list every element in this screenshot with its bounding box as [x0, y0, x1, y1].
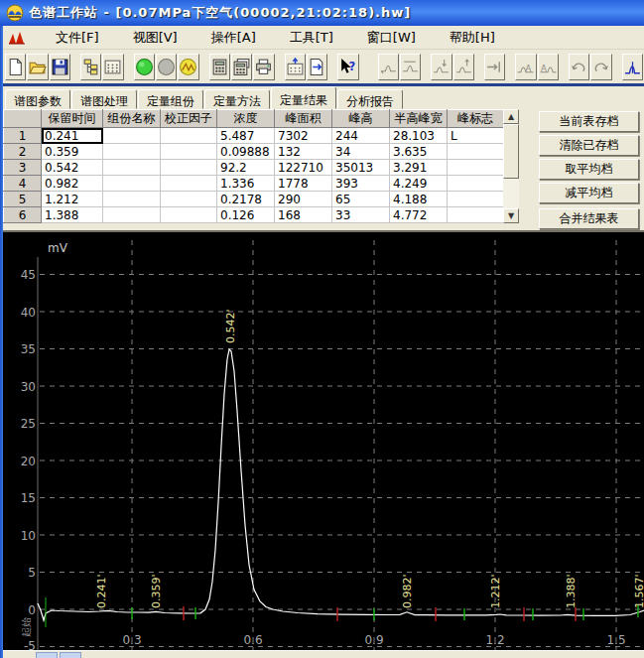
- manual-baseline-button[interactable]: [378, 54, 399, 80]
- tangent-skim-a-button[interactable]: A: [515, 54, 536, 80]
- subtract-average-button[interactable]: 减平均档: [539, 183, 639, 203]
- cell-peak-flag[interactable]: [448, 207, 504, 223]
- cell-peak-flag[interactable]: [448, 160, 504, 176]
- print-button[interactable]: [253, 54, 274, 80]
- chromatogram-canvas[interactable]: mV 45 40 35 30 25 20 15 10 5 0: [0, 232, 644, 652]
- menu-tools[interactable]: 工具[T]: [286, 27, 337, 49]
- report-calculate-button[interactable]: [231, 54, 252, 80]
- stop-acquisition-button[interactable]: [156, 54, 177, 80]
- export-data-button[interactable]: [307, 54, 327, 80]
- open-file-button[interactable]: [27, 54, 48, 80]
- row-number[interactable]: 2: [4, 144, 42, 160]
- calculate-button[interactable]: [209, 54, 230, 80]
- cell-peak-flag[interactable]: [448, 176, 504, 192]
- context-help-button[interactable]: ?: [337, 54, 358, 80]
- extend-baseline-button[interactable]: [484, 54, 505, 80]
- cell-component-name[interactable]: [103, 160, 161, 176]
- row-number[interactable]: 1: [4, 128, 42, 144]
- cell-correction-factor[interactable]: [161, 192, 217, 207]
- cell-component-name[interactable]: [103, 128, 161, 144]
- scroll-thumb[interactable]: [503, 124, 519, 179]
- cell-concentration[interactable]: 5.487: [217, 128, 275, 144]
- row-number[interactable]: 3: [4, 160, 42, 176]
- cell-correction-factor[interactable]: [161, 176, 217, 192]
- cell-peak-flag[interactable]: [448, 144, 504, 160]
- undo-button[interactable]: [569, 54, 589, 80]
- cell-concentration[interactable]: 1.336: [217, 176, 275, 192]
- tangent-skim-b-button[interactable]: A: [538, 54, 559, 80]
- cell-retention-time[interactable]: 0.241: [42, 128, 103, 144]
- tab-analysis-report[interactable]: 分析报告: [337, 89, 403, 109]
- menu-help[interactable]: 帮助[H]: [446, 27, 499, 49]
- baseline-zero-button[interactable]: [285, 54, 306, 80]
- cell-correction-factor[interactable]: [161, 144, 217, 160]
- cell-half-width[interactable]: 3.291: [390, 160, 448, 176]
- scroll-down-button[interactable]: ▼: [503, 208, 519, 223]
- add-peak-button[interactable]: [622, 54, 643, 80]
- menu-view[interactable]: 视图[V]: [129, 27, 182, 49]
- cell-peak-height[interactable]: 244: [332, 128, 390, 144]
- table-scrollbar[interactable]: ▲ ▼: [503, 109, 519, 223]
- cell-concentration[interactable]: 0.09888: [217, 144, 275, 160]
- view-signal-button[interactable]: [178, 54, 198, 80]
- menu-operate[interactable]: 操作[A]: [207, 27, 260, 49]
- cell-retention-time[interactable]: 0.982: [42, 176, 103, 192]
- cell-half-width[interactable]: 3.635: [390, 144, 448, 160]
- cell-peak-flag[interactable]: [448, 192, 504, 207]
- cell-correction-factor[interactable]: [161, 128, 217, 144]
- tab-spectrum-params[interactable]: 谱图参数: [5, 89, 70, 109]
- cell-peak-area[interactable]: 122710: [275, 160, 332, 176]
- save-current-table-button[interactable]: 当前表存档: [539, 111, 639, 132]
- cell-peak-height[interactable]: 33: [332, 207, 390, 223]
- cell-peak-area[interactable]: 1778: [275, 176, 332, 192]
- menu-file[interactable]: 文件[F]: [52, 27, 103, 49]
- cell-retention-time[interactable]: 1.212: [42, 192, 103, 207]
- cell-peak-area[interactable]: 132: [275, 144, 332, 160]
- cell-concentration[interactable]: 0.126: [217, 207, 275, 223]
- cell-half-width[interactable]: 4.188: [390, 192, 448, 207]
- cell-correction-factor[interactable]: [161, 207, 217, 223]
- valley-down-button[interactable]: [431, 54, 451, 80]
- row-number[interactable]: 6: [4, 207, 42, 223]
- cell-half-width[interactable]: 4.772: [390, 207, 448, 223]
- take-average-button[interactable]: 取平均档: [539, 159, 639, 180]
- menu-window[interactable]: 窗口[W]: [363, 27, 420, 49]
- valley-up-button[interactable]: [453, 54, 474, 80]
- start-acquisition-button[interactable]: [134, 54, 155, 80]
- cell-peak-height[interactable]: 34: [332, 144, 390, 160]
- tab-quant-method[interactable]: 定量方法: [204, 89, 270, 109]
- cell-retention-time[interactable]: 1.388: [42, 207, 103, 223]
- cell-peak-height[interactable]: 35013: [332, 160, 390, 176]
- merge-results-button[interactable]: 合并结果表: [539, 208, 639, 229]
- tab-quant-components[interactable]: 定量组份: [138, 89, 203, 109]
- cell-peak-area[interactable]: 7302: [275, 128, 332, 144]
- cell-peak-height[interactable]: 65: [332, 192, 390, 207]
- clear-archived-button[interactable]: 清除已存档: [539, 135, 639, 156]
- chromatogram-chart[interactable]: mV 45 40 35 30 25 20 15 10 5 0: [0, 230, 644, 650]
- integration-params-button[interactable]: [102, 54, 123, 80]
- save-button[interactable]: [50, 54, 70, 80]
- new-file-button[interactable]: [5, 54, 26, 80]
- tab-spectrum-process[interactable]: 谱图处理: [71, 89, 137, 109]
- cell-component-name[interactable]: [103, 207, 161, 223]
- tab-quant-results[interactable]: 定量结果: [271, 86, 336, 109]
- component-table-button[interactable]: [80, 54, 101, 80]
- cell-component-name[interactable]: [103, 144, 161, 160]
- scroll-up-button[interactable]: ▲: [503, 109, 519, 124]
- cell-retention-time[interactable]: 0.542: [42, 160, 103, 176]
- cell-peak-height[interactable]: 393: [332, 176, 390, 192]
- cell-half-width[interactable]: 4.249: [390, 176, 448, 192]
- cell-concentration[interactable]: 0.2178: [217, 192, 275, 207]
- cell-peak-area[interactable]: 290: [275, 192, 332, 207]
- cell-component-name[interactable]: [103, 192, 161, 207]
- cell-half-width[interactable]: 28.103: [390, 128, 448, 144]
- cell-correction-factor[interactable]: [161, 160, 217, 176]
- cell-peak-flag[interactable]: L: [448, 128, 504, 144]
- row-number[interactable]: 5: [4, 192, 42, 207]
- cell-component-name[interactable]: [103, 176, 161, 192]
- row-number[interactable]: 4: [4, 176, 42, 192]
- cell-concentration[interactable]: 92.2: [217, 160, 275, 176]
- cell-peak-area[interactable]: 168: [275, 207, 332, 223]
- horizontal-baseline-button[interactable]: [400, 54, 421, 80]
- cell-retention-time[interactable]: 0.359: [42, 144, 103, 160]
